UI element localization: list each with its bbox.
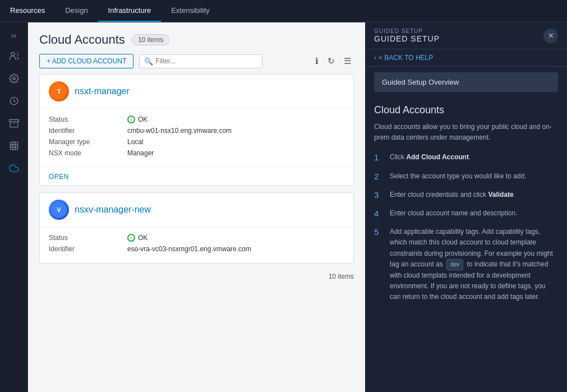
nsxt-card-body: Status OK Identifier cmbu-w01-nsx10.eng.…: [40, 109, 353, 167]
back-to-help-link[interactable]: ‹ < BACK TO HELP: [365, 49, 567, 67]
back-arrow-icon: ‹: [374, 54, 376, 62]
sidebar-icon-history[interactable]: [4, 91, 24, 111]
list-view-button[interactable]: ☰: [341, 54, 354, 68]
nsxv-icon: V: [49, 200, 69, 220]
field-identifier-nsxv: Identifier eso-vra-vc03-nsxmgr01.eng.vmw…: [49, 245, 344, 253]
identifier-label: Identifier: [49, 127, 127, 135]
sidebar-icon-users[interactable]: [4, 46, 24, 66]
step-1-number: 1: [374, 153, 383, 163]
step-5-number: 5: [374, 227, 383, 302]
guided-section-title: Cloud Accounts: [374, 104, 558, 116]
step-4-text: Enter cloud account name and description…: [390, 208, 517, 219]
toolbar: + ADD CLOUD ACCOUNT 🔍 ℹ ↻ ☰: [28, 54, 365, 74]
svg-text:T: T: [57, 88, 61, 95]
identifier-value-nsxv: eso-vra-vc03-nsxmgr01.eng.vmware.com: [127, 245, 344, 253]
status-ok-icon-nsxv: [127, 234, 135, 242]
search-input[interactable]: [155, 57, 257, 65]
nsxt-icon: T: [49, 81, 69, 102]
field-nsx-mode: NSX mode Manager: [49, 149, 344, 157]
guided-panel: GUIDED SETUP GUIDED SETUP ✕ ‹ < BACK TO …: [365, 22, 567, 392]
sidebar-icon-cloud[interactable]: [4, 158, 24, 178]
step-3-text: Enter cloud credentials and click Valida…: [390, 190, 515, 200]
step-2-text: Select the account type you would like t…: [390, 171, 527, 182]
identifier-value: cmbu-w01-nsx10.eng.vmware.com: [127, 127, 344, 135]
nsxv-card-title[interactable]: nsxv-manager-new: [75, 205, 151, 215]
sidebar-icon-box[interactable]: [4, 113, 24, 133]
nsx-mode-label: NSX mode: [49, 149, 127, 157]
guided-intro: Cloud accounts allow you to bring your p…: [374, 122, 558, 143]
svg-point-0: [11, 52, 14, 56]
sidebar-icon-chart[interactable]: [4, 136, 24, 156]
bottom-count: 10 items: [39, 270, 354, 283]
field-manager-type: Manager type Local: [49, 138, 344, 146]
card-header-nsxt: T nsxt-manager: [40, 75, 353, 109]
step-3-number: 3: [374, 190, 383, 200]
status-ok-icon: [127, 116, 135, 123]
info-button[interactable]: ℹ: [312, 54, 321, 68]
back-to-help-label: < BACK TO HELP: [379, 54, 433, 62]
open-link-nsxt[interactable]: OPEN: [49, 173, 69, 181]
guided-title-group: GUIDED SETUP GUIDED SETUP: [374, 28, 440, 43]
guided-title-small: GUIDED SETUP: [374, 28, 440, 34]
status-value-nsxv: OK: [127, 234, 344, 242]
field-identifier-nsxt: Identifier cmbu-w01-nsx10.eng.vmware.com: [49, 127, 344, 135]
dev-tag: dev: [446, 259, 463, 270]
card-header-nsxv: V nsxv-manager-new: [40, 193, 353, 227]
items-badge: 10 items: [132, 34, 169, 45]
toolbar-actions: ℹ ↻ ☰: [312, 54, 354, 68]
sidebar-icon-gear[interactable]: [4, 68, 24, 89]
step-4-number: 4: [374, 209, 383, 219]
status-text: OK: [138, 116, 147, 123]
nsxt-card-footer: OPEN: [40, 167, 353, 185]
svg-rect-3: [9, 119, 19, 122]
identifier-label-nsxv: Identifier: [49, 245, 127, 253]
status-label: Status: [49, 116, 127, 123]
guided-overview-button[interactable]: Guided Setup Overview: [374, 72, 558, 92]
page-title: Cloud Accounts: [39, 33, 125, 47]
status-label-nsxv: Status: [49, 234, 127, 242]
guided-title-main: GUIDED SETUP: [374, 34, 440, 43]
status-text-nsxv: OK: [138, 234, 147, 242]
status-value: OK: [127, 116, 344, 123]
add-cloud-account-button[interactable]: + ADD CLOUD ACCOUNT: [39, 54, 133, 68]
nsxv-card-body: Status OK Identifier eso-vra-vc03-nsxmgr…: [40, 227, 353, 263]
svg-rect-5: [10, 142, 18, 150]
nsxt-card-title[interactable]: nsxt-manager: [75, 86, 130, 96]
search-icon: 🔍: [144, 57, 153, 66]
field-status-nsxv: Status OK: [49, 234, 344, 242]
guided-header: GUIDED SETUP GUIDED SETUP ✕: [365, 22, 567, 49]
search-box: 🔍: [139, 54, 262, 68]
step-5-text: Add applicable capability tags. Add capa…: [390, 227, 558, 302]
main-layout: ›‹: [0, 22, 567, 392]
step-2-number: 2: [374, 172, 383, 182]
svg-text:V: V: [57, 206, 61, 213]
manager-type-value: Local: [127, 138, 344, 146]
cards-container: T nsxt-manager Status OK Identifier: [28, 74, 365, 392]
svg-point-1: [12, 77, 15, 80]
field-status-nsxt: Status OK: [49, 116, 344, 123]
nav-resources[interactable]: Resources: [0, 0, 55, 22]
sidebar: ›‹: [0, 22, 28, 392]
guided-step-3: 3 Enter cloud credentials and click Vali…: [374, 190, 558, 200]
step-1-text: Click Add Cloud Account.: [390, 152, 471, 163]
nav-extensibility[interactable]: Extensibility: [161, 0, 220, 22]
nsx-mode-value: Manager: [127, 149, 344, 157]
guided-content: Cloud Accounts Cloud accounts allow you …: [365, 98, 567, 392]
cloud-account-card-nsxv: V nsxv-manager-new Status OK Identif: [39, 192, 354, 264]
guided-panel-close-button[interactable]: ✕: [543, 29, 558, 43]
content-area: Cloud Accounts 10 items + ADD CLOUD ACCO…: [28, 22, 365, 392]
guided-step-2: 2 Select the account type you would like…: [374, 171, 558, 182]
guided-step-1: 1 Click Add Cloud Account.: [374, 152, 558, 163]
guided-step-4: 4 Enter cloud account name and descripti…: [374, 208, 558, 219]
sidebar-toggle[interactable]: ›‹: [4, 27, 24, 44]
top-nav: Resources Design Infrastructure Extensib…: [0, 0, 567, 22]
refresh-button[interactable]: ↻: [325, 54, 338, 68]
cloud-account-card-nsxt: T nsxt-manager Status OK Identifier: [39, 74, 354, 186]
nav-design[interactable]: Design: [55, 0, 98, 22]
guided-step-5: 5 Add applicable capability tags. Add ca…: [374, 227, 558, 302]
content-header: Cloud Accounts 10 items: [28, 22, 365, 54]
nav-infrastructure[interactable]: Infrastructure: [98, 0, 162, 22]
manager-type-label: Manager type: [49, 138, 127, 146]
